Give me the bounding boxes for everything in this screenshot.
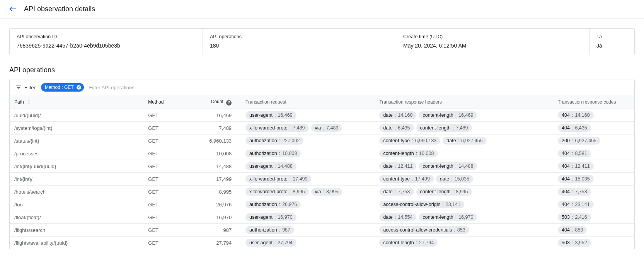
- chip[interactable]: authorization : 987: [245, 226, 294, 234]
- chip[interactable]: content-length : 8,995: [416, 188, 472, 196]
- table-row[interactable]: /uuid/{uuid}/GET16,469user-agent : 16,46…: [10, 109, 634, 122]
- chip[interactable]: content-length : 10,008: [379, 150, 438, 157]
- back-arrow-icon[interactable]: [9, 5, 17, 13]
- chip-val: 17,499: [293, 176, 307, 182]
- col-method[interactable]: Method: [143, 95, 188, 109]
- chip-val: 14,160: [575, 112, 589, 118]
- chip[interactable]: via : 7,489: [311, 124, 342, 132]
- table-row[interactable]: /flights/searchGET987authorization : 987…: [10, 224, 634, 237]
- cell-path: /int/{int}/uuid/{uuid}: [10, 160, 143, 173]
- chip[interactable]: content-length : 27,794: [379, 239, 438, 247]
- chip[interactable]: x-forwarded-proto : 8,995: [245, 188, 308, 196]
- chip[interactable]: 404 : 8,581: [558, 150, 591, 157]
- chip[interactable]: x-forwarded-proto : 17,499: [245, 175, 311, 183]
- chip-val: 7,758: [398, 189, 410, 194]
- chip[interactable]: content-length : 7,489: [416, 124, 472, 132]
- chip[interactable]: user-agent : 16,970: [245, 213, 296, 221]
- close-icon[interactable]: [76, 85, 82, 90]
- chip[interactable]: content-length : 14,488: [419, 162, 477, 170]
- filter-button[interactable]: Filter: [14, 82, 37, 92]
- chip[interactable]: date : 15,035: [436, 175, 473, 183]
- chip[interactable]: content-length : 16,469: [419, 111, 477, 119]
- chip[interactable]: 404 : 12,411: [558, 162, 594, 170]
- cell-method: GET: [143, 224, 188, 237]
- chip-key: content-length: [423, 112, 453, 118]
- table-row[interactable]: /processesGET10,008authorization : 10,00…: [10, 147, 634, 160]
- summary-last: La Ja: [589, 29, 635, 55]
- col-req[interactable]: Transaction request: [241, 95, 375, 109]
- chip-val: 6,927,455: [461, 138, 483, 143]
- chip[interactable]: 503 : 2,416: [558, 213, 591, 221]
- table-row[interactable]: /flights/availability/{uuid}GET27,794use…: [10, 237, 634, 249]
- chip[interactable]: x-forwarded-proto : 7,489: [245, 124, 308, 132]
- filter-chip-method[interactable]: Method : GET: [41, 83, 84, 92]
- cell-path: /hotels/search: [10, 186, 143, 198]
- col-count[interactable]: Count ?: [188, 95, 241, 109]
- cell-count: 17,499: [188, 173, 241, 186]
- chip[interactable]: date : 6,927,455: [443, 137, 486, 145]
- chip[interactable]: date : 12,411: [379, 162, 416, 170]
- chip[interactable]: content-type : 17,499: [379, 175, 434, 183]
- cell-count: 16,970: [188, 211, 241, 224]
- table-row[interactable]: /int/{int}/GET17,499x-forwarded-proto : …: [10, 173, 634, 186]
- chip[interactable]: via : 8,995: [311, 188, 342, 196]
- chip[interactable]: authorization : 10,008: [245, 150, 301, 157]
- chip[interactable]: access-control-allow-origin : 23,141: [379, 201, 464, 208]
- chip[interactable]: user-agent : 27,794: [245, 239, 296, 247]
- chip[interactable]: 404 : 7,758: [558, 188, 591, 196]
- chip[interactable]: content-type : 6,960,133: [379, 137, 440, 145]
- cell-method: GET: [143, 186, 188, 198]
- chip[interactable]: authorization : 26,976: [245, 201, 301, 208]
- table-row[interactable]: /fooGET26,976authorization : 26,976acces…: [10, 198, 634, 211]
- chip[interactable]: user-agent : 14,488: [245, 162, 296, 170]
- cell-method: GET: [143, 122, 188, 134]
- chip[interactable]: 503 : 3,952: [558, 239, 591, 247]
- page-title: API observation details: [24, 5, 95, 13]
- chip-key: 404: [562, 189, 570, 194]
- chip-key: 503: [562, 215, 570, 220]
- chip[interactable]: authorization : 227,002: [245, 137, 303, 145]
- chip-val: 16,970: [278, 215, 292, 220]
- chip-val: 6,960,133: [415, 138, 437, 143]
- cell-req: authorization : 987: [241, 224, 375, 237]
- chip[interactable]: date : 14,160: [379, 111, 416, 119]
- col-resp-codes[interactable]: Transaction response codes: [553, 95, 634, 109]
- table-row[interactable]: /system/logs/{int}GET7,489x-forwarded-pr…: [10, 122, 634, 134]
- chip[interactable]: date : 6,435: [379, 124, 414, 132]
- table-row[interactable]: /hotels/searchGET8,995x-forwarded-proto …: [10, 186, 634, 198]
- chip-key: x-forwarded-proto: [249, 176, 288, 182]
- help-icon[interactable]: ?: [226, 100, 232, 106]
- chip[interactable]: access-control-allow-credentials : 853: [379, 226, 469, 234]
- chip[interactable]: 404 : 853: [558, 226, 587, 234]
- cell-req: authorization : 10,008: [241, 147, 375, 160]
- chip[interactable]: 404 : 23,141: [558, 201, 594, 208]
- chip[interactable]: date : 14,554: [379, 213, 416, 221]
- chip[interactable]: date : 7,758: [379, 188, 414, 196]
- table-row[interactable]: /int/{int}/uuid/{uuid}GET14,488user-agen…: [10, 160, 634, 173]
- cell-resp-headers: date : 7,758content-length : 8,995: [375, 186, 553, 198]
- chip[interactable]: user-agent : 16,469: [245, 111, 296, 119]
- cell-method: GET: [143, 160, 188, 173]
- chip-val: 987: [282, 227, 290, 233]
- chip-key: authorization: [249, 227, 277, 233]
- chip-val: 10,008: [282, 151, 297, 156]
- chip-val: 6,435: [575, 125, 587, 131]
- cell-req: authorization : 227,002: [241, 134, 375, 147]
- chip[interactable]: 404 : 6,435: [558, 124, 591, 132]
- table-row[interactable]: /status/{int}GET6,960,133authorization :…: [10, 134, 634, 147]
- chip-val: 26,976: [282, 202, 297, 207]
- col-resp-headers[interactable]: Transaction response headers: [375, 95, 553, 109]
- filter-input[interactable]: [88, 83, 630, 92]
- chip[interactable]: 404 : 14,160: [558, 111, 594, 119]
- chip[interactable]: content-length : 16,970: [419, 213, 477, 221]
- chip[interactable]: 200 : 6,927,455: [558, 137, 600, 145]
- chip-key: date: [383, 125, 392, 131]
- col-path[interactable]: Path: [10, 95, 143, 109]
- chip[interactable]: 404 : 15,035: [558, 175, 594, 183]
- table-row[interactable]: /float/{float}/GET16,970user-agent : 16,…: [10, 211, 634, 224]
- chip-val: 10,008: [419, 151, 434, 156]
- cell-resp-codes: 503 : 2,416: [553, 211, 634, 224]
- chip-val: 16,469: [278, 112, 292, 118]
- cell-resp-codes: 404 : 15,035: [553, 173, 634, 186]
- chip-key: content-length: [383, 151, 414, 156]
